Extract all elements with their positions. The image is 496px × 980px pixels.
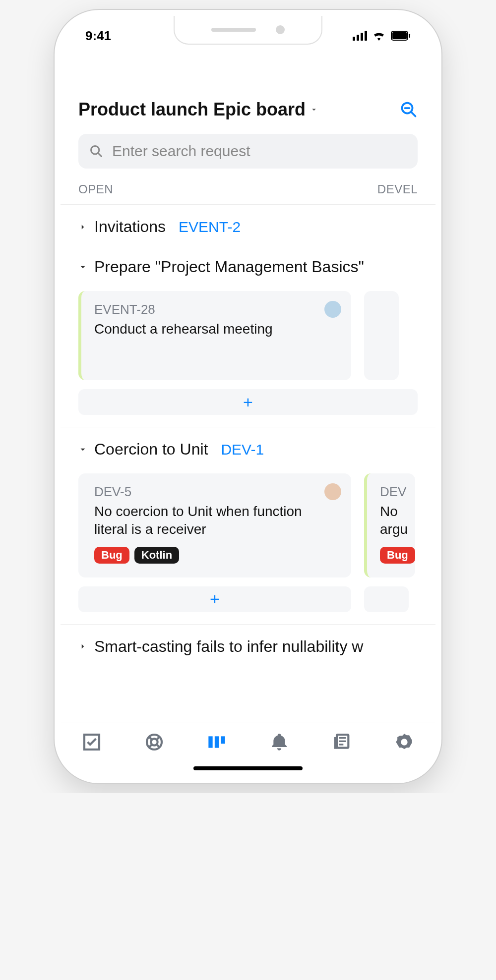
add-card-button[interactable]: +: [78, 389, 418, 415]
chevron-down-icon: [310, 105, 318, 114]
chevron-right-icon: [78, 640, 87, 653]
battery-icon: [391, 31, 411, 41]
svg-rect-16: [215, 736, 219, 748]
card-title: Conduct a rehearsal meeting: [94, 320, 338, 338]
board-title: Product launch Epic board: [78, 99, 306, 120]
svg-line-4: [411, 112, 416, 116]
svg-line-7: [98, 153, 102, 157]
svg-rect-17: [221, 736, 225, 744]
avatar: [324, 301, 341, 318]
search-input-container[interactable]: [78, 134, 418, 169]
card-code: DEV-5: [94, 484, 338, 500]
chevron-down-icon: [78, 261, 87, 274]
svg-line-13: [148, 745, 152, 748]
nav-settings-icon[interactable]: [394, 732, 414, 752]
nav-boards-icon[interactable]: [207, 732, 227, 752]
section-title: Invitations: [94, 218, 166, 236]
issue-card-peek[interactable]: [364, 291, 399, 380]
section-code: EVENT-2: [179, 219, 241, 235]
card-code: DEV: [380, 484, 415, 500]
avatar: [324, 483, 341, 500]
column-devel[interactable]: DEVEL: [377, 182, 418, 196]
card-title: Noargu: [380, 503, 415, 539]
svg-line-11: [148, 736, 152, 740]
chevron-down-icon: [78, 443, 87, 456]
section-title: Smart-casting fails to infer nullability…: [94, 637, 363, 656]
section-title: Prepare "Project Management Basics": [94, 258, 364, 276]
cellular-icon: [353, 31, 367, 41]
issue-card[interactable]: EVENT-28 Conduct a rehearsal meeting: [78, 291, 351, 380]
add-card-button-peek[interactable]: [364, 586, 409, 612]
issue-card[interactable]: DEV-5 No coercion to Unit when function …: [78, 473, 351, 577]
nav-tasks-icon[interactable]: [82, 732, 102, 752]
zoom-out-icon[interactable]: [400, 101, 418, 118]
nav-help-icon[interactable]: [144, 732, 164, 752]
search-input[interactable]: [112, 143, 407, 160]
nav-notifications-icon[interactable]: [269, 732, 289, 752]
tag-bug: Bug: [380, 547, 415, 564]
tag-bug: Bug: [94, 547, 129, 564]
home-indicator[interactable]: [193, 766, 303, 770]
card-title: No coercion to Unit when function litera…: [94, 503, 338, 539]
nav-articles-icon[interactable]: [332, 732, 352, 752]
tag-kotlin: Kotlin: [134, 547, 179, 564]
svg-point-10: [151, 739, 157, 745]
section-header-invitations[interactable]: Invitations EVENT-2: [78, 218, 418, 240]
plus-icon: +: [210, 589, 220, 609]
status-time: 9:41: [85, 28, 111, 44]
svg-rect-2: [409, 34, 410, 38]
section-header-prepare[interactable]: Prepare "Project Management Basics": [78, 258, 418, 280]
chevron-right-icon: [78, 221, 87, 233]
section-header-coercion[interactable]: Coercion to Unit DEV-1: [78, 440, 418, 462]
card-code: EVENT-28: [94, 302, 338, 317]
add-card-button[interactable]: +: [78, 586, 351, 612]
section-title: Coercion to Unit: [94, 440, 208, 459]
status-icons: [353, 31, 411, 41]
column-open[interactable]: OPEN: [78, 182, 113, 196]
section-code: DEV-1: [221, 441, 264, 458]
svg-rect-1: [392, 32, 407, 39]
issue-card-peek[interactable]: DEV Noargu Bug: [364, 473, 415, 577]
svg-rect-15: [208, 736, 212, 748]
plus-icon: +: [243, 393, 253, 412]
svg-line-14: [157, 745, 160, 748]
wifi-icon: [372, 31, 386, 41]
svg-line-12: [157, 736, 160, 740]
search-icon: [89, 144, 103, 158]
section-header-smartcast[interactable]: Smart-casting fails to infer nullability…: [78, 637, 418, 660]
board-title-dropdown[interactable]: Product launch Epic board: [78, 99, 318, 120]
